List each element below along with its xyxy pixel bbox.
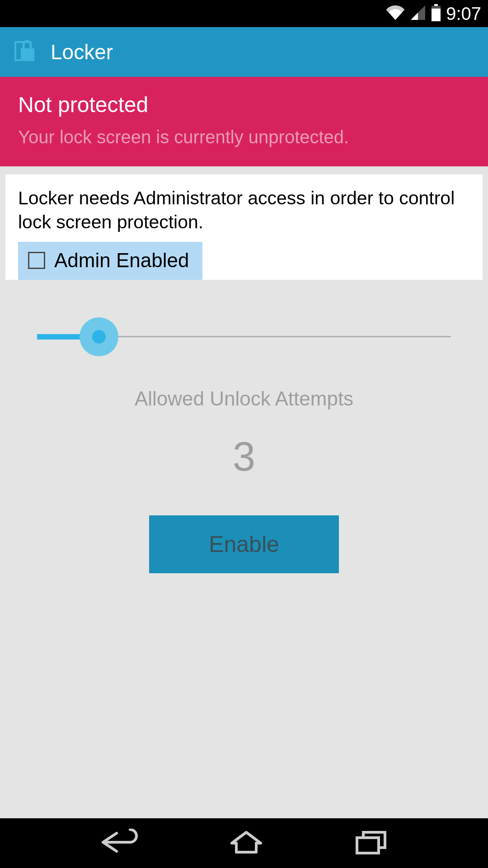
battery-icon [431,4,441,23]
app-title: Locker [51,40,113,64]
admin-enabled-checkbox-row[interactable]: Admin Enabled [18,242,202,280]
status-bar: 9:07 [0,0,488,27]
svg-rect-4 [21,48,34,61]
app-bar: Locker [0,27,488,77]
home-icon[interactable] [228,829,264,858]
svg-rect-0 [434,4,438,6]
svg-rect-2 [432,9,441,21]
attempts-value: 3 [37,434,451,480]
cellular-icon [410,5,426,23]
warning-title: Not protected [18,92,470,117]
main-area: Locker needs Administrator access in ord… [0,166,488,868]
attempts-slider[interactable] [37,319,451,355]
svg-rect-5 [357,838,379,853]
wifi-icon [385,5,405,23]
admin-enabled-checkbox[interactable] [28,252,45,269]
recent-apps-icon[interactable] [353,829,389,858]
warning-text: Your lock screen is currently unprotecte… [18,127,470,147]
lock-icon [13,38,38,66]
attempts-label: Allowed Unlock Attempts [37,387,451,410]
back-icon[interactable] [99,829,139,858]
slider-thumb[interactable] [92,330,106,344]
warning-banner: Not protected Your lock screen is curren… [0,77,488,166]
admin-enabled-label: Admin Enabled [54,249,189,272]
nav-bar [0,818,488,868]
info-card: Locker needs Administrator access in ord… [5,175,483,280]
slider-section: Allowed Unlock Attempts 3 Enable [0,280,488,573]
status-time: 9:07 [446,4,481,24]
info-text: Locker needs Administrator access in ord… [18,186,470,235]
enable-button[interactable]: Enable [149,515,339,573]
